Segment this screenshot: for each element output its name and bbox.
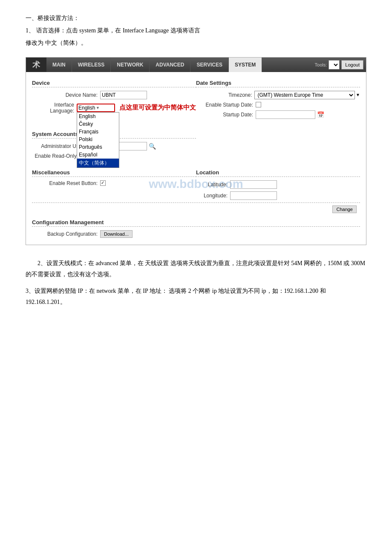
enable-startup-date-checkbox[interactable] bbox=[256, 102, 261, 107]
device-section-header: Device bbox=[32, 80, 196, 87]
interface-language-label: Interface Language: bbox=[32, 102, 77, 114]
startup-date-input[interactable] bbox=[256, 110, 315, 119]
intro-block: 一、桥接设置方法： 1、 语言选择：点击 system 菜单，在 Interfa… bbox=[26, 13, 366, 49]
timezone-row: Timezone: (GMT) Western Europe Time ▼ bbox=[196, 91, 360, 99]
enable-startup-date-row: Enable Startup Date: bbox=[196, 102, 360, 108]
device-name-row: Device Name: bbox=[32, 91, 196, 99]
startup-date-row: Startup Date: 📅 bbox=[196, 110, 360, 119]
interface-language-row: Interface Language: English ▼ English Če… bbox=[32, 102, 196, 114]
latitude-row: Latitude: bbox=[196, 180, 360, 189]
device-col: Device Device Name: Interface Language: … bbox=[32, 76, 196, 162]
device-name-input[interactable] bbox=[100, 91, 147, 99]
date-col: Date Settings Timezone: (GMT) Western Eu… bbox=[196, 76, 360, 162]
config-management-header: Configuration Management bbox=[32, 219, 360, 227]
intro-line1: 一、桥接设置方法： bbox=[26, 13, 366, 23]
lang-item-portugues[interactable]: Português bbox=[77, 143, 119, 151]
config-management-section: Configuration Management Backup Configur… bbox=[32, 219, 360, 238]
latitude-label: Latitude: bbox=[196, 182, 230, 188]
tools-select[interactable] bbox=[329, 60, 340, 69]
longitude-input[interactable] bbox=[230, 191, 277, 200]
language-selected-value: English bbox=[78, 105, 96, 111]
timezone-select[interactable]: (GMT) Western Europe Time bbox=[254, 91, 355, 99]
lang-item-chinese[interactable]: 中文（简体） bbox=[77, 159, 119, 168]
miscellaneous-header: Miscellaneous bbox=[32, 169, 196, 177]
lang-item-cesky[interactable]: Česky bbox=[77, 120, 119, 128]
bottom-p1: 2、设置天线模式：在 advanced 菜单，在 天线设置 选项将天线设置为垂直… bbox=[26, 258, 366, 280]
location-header: Location bbox=[196, 169, 360, 177]
nav-logo: 术 bbox=[26, 58, 46, 72]
reset-button-row: Enable Reset Button: bbox=[32, 180, 196, 186]
tab-advanced[interactable]: ADVANCED bbox=[150, 58, 190, 72]
change-button[interactable]: Change bbox=[332, 205, 357, 213]
logout-button[interactable]: Logout bbox=[341, 60, 363, 69]
top-two-col: Device Device Name: Interface Language: … bbox=[32, 76, 360, 162]
dropdown-arrow: ▼ bbox=[96, 106, 113, 110]
longitude-row: Longitude: bbox=[196, 191, 360, 200]
timezone-label: Timezone: bbox=[196, 92, 254, 98]
device-name-label: Device Name: bbox=[32, 92, 100, 98]
calendar-icon[interactable]: 📅 bbox=[317, 111, 324, 118]
bottom-text-block: 2、设置天线模式：在 advanced 菜单，在 天线设置 选项将天线设置为垂直… bbox=[26, 258, 366, 308]
language-dropdown-list: English Česky Français Polski Português … bbox=[77, 112, 119, 168]
lang-item-espanol[interactable]: Español bbox=[77, 151, 119, 159]
miscellaneous-col: Miscellaneous Enable Reset Button: bbox=[32, 166, 196, 202]
timezone-dropdown-arrow: ▼ bbox=[356, 92, 360, 97]
enable-startup-date-label: Enable Startup Date: bbox=[196, 102, 256, 108]
date-section-header: Date Settings bbox=[196, 80, 360, 87]
annotation-text: 点这里可设置为中简体中文 bbox=[119, 104, 196, 112]
lang-item-polski[interactable]: Polski bbox=[77, 136, 119, 143]
longitude-label: Longitude: bbox=[196, 193, 230, 199]
nav-bar: 术 MAIN WIRELESS NETWORK ADVANCED SERVICE… bbox=[26, 58, 366, 72]
tab-system[interactable]: SYSTEM bbox=[229, 58, 262, 72]
screenshot-container: 术 MAIN WIRELESS NETWORK ADVANCED SERVICE… bbox=[26, 57, 366, 245]
misc-location-area: www.bdbox.com Miscellaneous Enable Reset… bbox=[32, 166, 360, 202]
tools-label: Tools: bbox=[315, 62, 327, 67]
lang-item-english[interactable]: English bbox=[77, 113, 119, 120]
intro-line2: 1、 语言选择：点击 system 菜单，在 Interface Languag… bbox=[26, 25, 366, 36]
backup-config-label: Backup Configuration: bbox=[32, 231, 100, 237]
tab-wireless[interactable]: WIRELESS bbox=[72, 58, 111, 72]
startup-date-label: Startup Date: bbox=[196, 112, 256, 118]
location-col: Location Latitude: Longitude: bbox=[196, 166, 360, 202]
download-button[interactable]: Download... bbox=[100, 230, 133, 238]
reset-button-checkbox[interactable] bbox=[100, 180, 106, 186]
language-select-box[interactable]: English ▼ bbox=[77, 104, 115, 112]
language-select-wrapper: English ▼ English Česky Français Polski … bbox=[77, 104, 115, 112]
reset-button-label: Enable Reset Button: bbox=[32, 180, 100, 186]
nav-tools: Tools: Logout bbox=[315, 60, 366, 69]
misc-location-cols: Miscellaneous Enable Reset Button: Locat… bbox=[32, 166, 360, 202]
change-button-row: Change bbox=[32, 202, 360, 216]
bottom-p2: 3、设置网桥的登陆 IP：在 network 菜单，在 IP 地址： 选项将 2… bbox=[26, 286, 366, 308]
main-content: Device Device Name: Interface Language: … bbox=[26, 72, 366, 245]
backup-config-row: Backup Configuration: Download... bbox=[32, 230, 360, 238]
intro-line3: 修改为 中文（简体）。 bbox=[26, 38, 366, 48]
tab-services[interactable]: SERVICES bbox=[190, 58, 228, 72]
lang-item-francais[interactable]: Français bbox=[77, 128, 119, 136]
search-icon[interactable]: 🔍 bbox=[149, 143, 156, 150]
tab-network[interactable]: NETWORK bbox=[111, 58, 150, 72]
latitude-input[interactable] bbox=[230, 180, 277, 189]
tab-main[interactable]: MAIN bbox=[46, 58, 72, 72]
